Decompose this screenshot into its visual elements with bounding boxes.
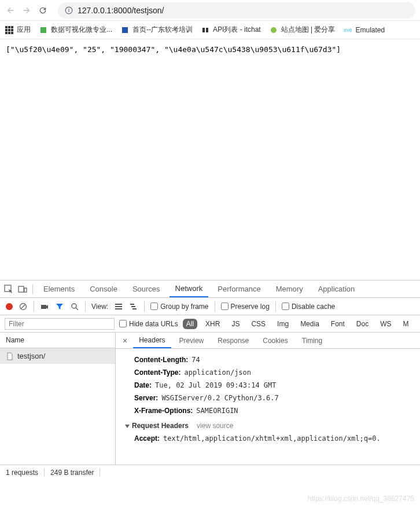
filter-type-manifest[interactable]: M (400, 319, 412, 329)
forward-button[interactable] (21, 5, 32, 16)
tab-memory[interactable]: Memory (270, 281, 309, 297)
disable-cache-checkbox[interactable]: Disable cache (282, 303, 335, 311)
bookmark-label: API列表 - itchat (213, 25, 261, 35)
group-by-frame-checkbox[interactable]: Group by frame (150, 303, 208, 311)
bookmark-item-3[interactable]: 站点地图 | 爱分享 (269, 25, 336, 35)
status-bar: 1 requests 249 B transfer (0, 465, 420, 480)
tab-application[interactable]: Application (312, 281, 361, 297)
svg-rect-4 (8, 26, 10, 28)
divider (275, 301, 276, 312)
devtools-panel: Elements Console Sources Network Perform… (0, 280, 420, 480)
svg-rect-6 (5, 29, 8, 31)
address-bar[interactable]: 127.0.0.1:8000/testjson/ (58, 2, 415, 19)
svg-rect-16 (19, 286, 24, 292)
filter-type-xhr[interactable]: XHR (202, 319, 223, 329)
svg-rect-23 (115, 304, 122, 305)
tab-network[interactable]: Network (170, 281, 209, 297)
filter-type-ws[interactable]: WS (377, 319, 395, 329)
bookmark-label: 站点地图 | 爱分享 (281, 25, 336, 35)
divider (215, 301, 215, 312)
back-button[interactable] (5, 5, 16, 16)
svg-rect-10 (8, 32, 10, 34)
request-details: × Headers Preview Response Cookies Timin… (116, 333, 420, 465)
json-body: ["\u5f20\u4e09", "25", "19000347", "\u4e… (6, 45, 341, 54)
svg-rect-12 (40, 27, 46, 33)
header-row: Content-Length:74 (125, 353, 411, 366)
headers-content: Content-Length:74 Content-Type:applicati… (116, 349, 420, 449)
svg-rect-11 (11, 32, 13, 34)
waterfall-icon[interactable] (129, 302, 138, 311)
svg-rect-25 (115, 308, 122, 309)
bookmark-label: Emulated (356, 26, 385, 34)
divider (144, 301, 145, 312)
search-icon[interactable] (70, 302, 79, 311)
filter-type-img[interactable]: Img (274, 319, 292, 329)
divider (34, 301, 34, 312)
filter-input[interactable] (5, 318, 115, 330)
svg-rect-28 (132, 308, 137, 309)
divider (32, 284, 33, 294)
request-name: testjson/ (17, 352, 45, 360)
detail-tab-headers[interactable]: Headers (133, 333, 171, 348)
svg-line-19 (21, 304, 25, 309)
details-tabs: × Headers Preview Response Cookies Timin… (116, 333, 420, 349)
tab-elements[interactable]: Elements (38, 281, 80, 297)
preserve-log-checkbox[interactable]: Preserve log (221, 303, 270, 311)
url-text: 127.0.0.1:8000/testjson/ (78, 6, 164, 15)
header-row: Content-Type:application/json (125, 366, 411, 379)
bookmark-icon (120, 25, 130, 35)
filter-type-all[interactable]: All (183, 319, 197, 329)
bookmark-icon: eve (344, 25, 353, 35)
svg-rect-27 (131, 306, 135, 307)
view-label: View: (91, 303, 108, 311)
view-source-link[interactable]: view source (197, 422, 233, 430)
header-row: Accept:text/html,application/xhtml+xml,a… (125, 432, 411, 445)
bookmark-icon (39, 25, 48, 35)
svg-point-14 (271, 27, 277, 33)
hide-data-urls-checkbox[interactable]: Hide data URLs (119, 320, 178, 328)
detail-tab-preview[interactable]: Preview (174, 334, 210, 348)
watermark: https://blog.csdn.net/qq_38627475 (308, 495, 414, 503)
detail-tab-cookies[interactable]: Cookies (257, 334, 293, 348)
bookmark-label: 首页--广东软考培训 (132, 25, 193, 35)
bookmark-item-0[interactable]: 数据可视化微专业... (39, 25, 112, 35)
svg-rect-9 (5, 32, 8, 34)
svg-rect-20 (41, 305, 46, 309)
inspect-element-icon[interactable] (3, 284, 14, 294)
file-icon (6, 352, 14, 360)
filter-type-font[interactable]: Font (327, 319, 348, 329)
reload-button[interactable] (37, 5, 49, 16)
detail-tab-response[interactable]: Response (212, 334, 255, 348)
request-item[interactable]: testjson/ (0, 348, 115, 364)
info-icon (65, 6, 73, 14)
filter-type-css[interactable]: CSS (248, 319, 269, 329)
request-list-header[interactable]: Name (0, 333, 115, 348)
caret-down-icon (125, 425, 130, 428)
filter-icon[interactable] (55, 302, 64, 311)
svg-rect-3 (5, 26, 8, 28)
filter-type-media[interactable]: Media (297, 319, 323, 329)
clear-icon[interactable] (19, 302, 28, 311)
svg-rect-24 (115, 306, 122, 307)
bookmark-item-1[interactable]: 首页--广东软考培训 (120, 25, 193, 35)
apps-button[interactable]: 应用 (5, 25, 31, 35)
camera-icon[interactable] (40, 302, 49, 311)
header-row: X-Frame-Options:SAMEORIGIN (125, 404, 411, 417)
tab-console[interactable]: Console (84, 281, 123, 297)
filter-bar: Hide data URLs All XHR JS CSS Img Media … (0, 315, 420, 333)
apps-icon (5, 25, 14, 35)
tab-sources[interactable]: Sources (127, 281, 166, 297)
bookmark-item-2[interactable]: API列表 - itchat (201, 25, 261, 35)
request-headers-section[interactable]: Request Headers view source (125, 417, 411, 432)
filter-type-doc[interactable]: Doc (353, 319, 372, 329)
tab-performance[interactable]: Performance (212, 281, 266, 297)
device-toggle-icon[interactable] (17, 284, 28, 294)
large-rows-icon[interactable] (114, 302, 123, 311)
detail-tab-timing[interactable]: Timing (296, 334, 329, 348)
close-details-button[interactable]: × (119, 336, 131, 345)
record-button[interactable] (6, 303, 13, 310)
bookmark-item-4[interactable]: eve Emulated (344, 25, 385, 35)
requests-count: 1 requests (6, 469, 45, 477)
filter-type-js[interactable]: JS (228, 319, 243, 329)
bookmark-label: 数据可视化微专业... (51, 25, 112, 35)
